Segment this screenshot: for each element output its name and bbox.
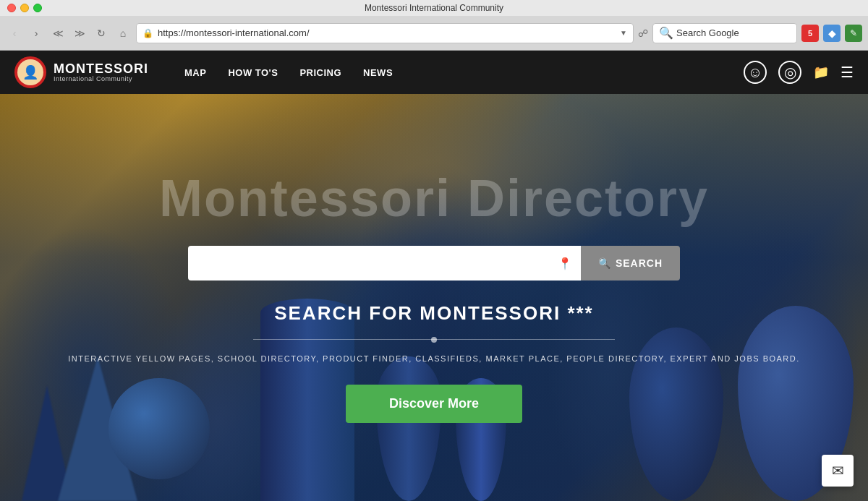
hero-description: INTERACTIVE YELLOW PAGES, SCHOOL DIRECTO…	[68, 354, 800, 363]
hero-subtitle: SEARCH FOR MONTESSORI ***	[274, 302, 594, 325]
url-text: https://montessori-international.com/	[158, 27, 616, 38]
nav-link-howtos[interactable]: HOW TO'S	[228, 67, 278, 78]
close-button[interactable]	[7, 4, 16, 12]
logo-avatar: 👤	[17, 59, 43, 85]
extension-badge[interactable]: 5	[801, 25, 819, 42]
minimize-button[interactable]	[20, 4, 29, 12]
divider	[253, 339, 615, 340]
skip-back-button[interactable]: ≪	[49, 25, 67, 42]
search-btn-label: SEARCH	[616, 257, 663, 269]
hero-section: Montessori Directory 📍 🔍 SEARCH SEARCH F…	[0, 94, 868, 501]
lock-icon: 🔒	[142, 28, 153, 38]
logo-main-text: MONTESSORI	[54, 62, 148, 75]
nav-link-pricing[interactable]: PRICING	[299, 67, 341, 78]
nav-links: MAP HOW TO'S PRICING NEWS	[184, 67, 722, 78]
search-icon: 🔍	[659, 26, 673, 40]
logo-sub-text: International Community	[54, 75, 148, 83]
back-button[interactable]: ‹	[6, 25, 23, 42]
nav-right-icons: ☺ ◎ 📁 ☰	[744, 61, 854, 84]
site-nav: 👤 MONTESSORI International Community MAP…	[0, 51, 868, 94]
window-title: Montessori International Community	[365, 3, 503, 13]
home-button[interactable]: ⌂	[114, 25, 132, 42]
hero-search-button[interactable]: 🔍 SEARCH	[581, 246, 680, 281]
hero-title: Montessori Directory	[159, 172, 709, 224]
extension-green[interactable]: ✎	[845, 25, 862, 42]
reload-button[interactable]: ↻	[93, 25, 110, 42]
discover-more-button[interactable]: Discover More	[346, 385, 522, 423]
search-input-wrap[interactable]: 📍	[188, 246, 581, 281]
hero-content: Montessori Directory 📍 🔍 SEARCH SEARCH F…	[0, 172, 868, 423]
traffic-lights	[7, 4, 42, 12]
hamburger-menu-icon[interactable]: ☰	[841, 64, 854, 81]
forward-button[interactable]: ›	[27, 25, 45, 42]
google-search-bar[interactable]: 🔍 ▼	[652, 23, 797, 43]
user-icon[interactable]: ☺	[744, 61, 767, 84]
browser-chrome: ‹ › ≪ ≫ ↻ ⌂ 🔒 https://montessori-interna…	[0, 16, 868, 51]
maximize-button[interactable]	[33, 4, 42, 12]
search-btn-icon: 🔍	[598, 257, 611, 269]
nav-link-map[interactable]: MAP	[184, 67, 206, 78]
location-icon[interactable]: 📍	[558, 257, 572, 270]
mail-button[interactable]: ✉	[822, 455, 854, 487]
compass-icon[interactable]: ◎	[778, 61, 801, 84]
website-content: 👤 MONTESSORI International Community MAP…	[0, 51, 868, 501]
nav-link-news[interactable]: NEWS	[363, 67, 393, 78]
divider-dot	[431, 337, 437, 343]
logo[interactable]: 👤 MONTESSORI International Community	[14, 56, 148, 88]
skip-forward-button[interactable]: ≫	[71, 25, 88, 42]
extension-puzzle[interactable]: ◆	[823, 25, 841, 42]
hero-search-input[interactable]	[197, 246, 552, 281]
hero-search-container: 📍 🔍 SEARCH	[188, 246, 680, 281]
bookmark-button[interactable]: ☍	[638, 27, 648, 39]
search-input[interactable]	[676, 27, 798, 38]
address-bar[interactable]: 🔒 https://montessori-international.com/ …	[136, 23, 634, 43]
title-bar: Montessori International Community	[0, 0, 868, 16]
address-dropdown-icon[interactable]: ▼	[620, 29, 627, 37]
logo-text: MONTESSORI International Community	[54, 62, 148, 83]
folder-icon[interactable]: 📁	[813, 64, 829, 80]
logo-circle: 👤	[14, 56, 46, 88]
